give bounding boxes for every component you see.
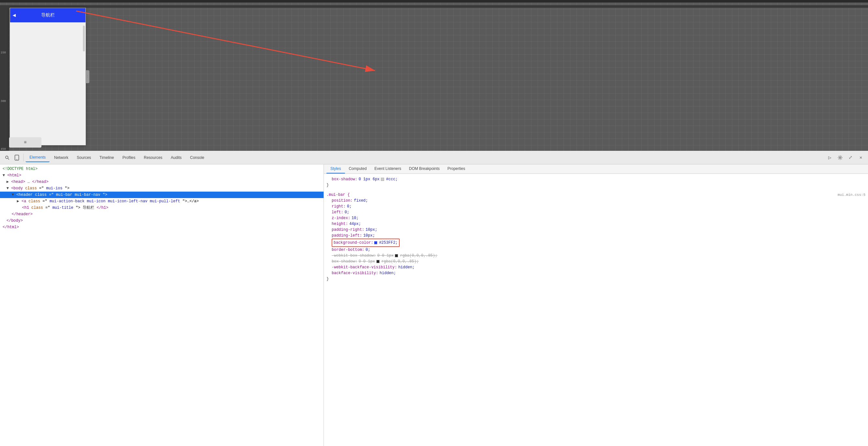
styles-panel: Styles Computed Event Listeners DOM Brea… <box>324 164 868 446</box>
triangle-head[interactable]: ▶ <box>6 180 11 184</box>
tab-audits[interactable]: Audits <box>167 153 185 162</box>
tab-elements[interactable]: Elements <box>26 153 50 162</box>
resize-handle-dots: ⋮ <box>86 75 89 78</box>
color-swatch-rgba-2 <box>376 260 380 263</box>
prop-position: position: fixed; <box>327 198 865 204</box>
triangle-body[interactable]: ▼ <box>6 186 11 191</box>
svg-point-6 <box>839 157 841 158</box>
html-header[interactable]: ▼ <header class =" mui-bar mui-bar-nav "… <box>0 192 323 198</box>
closing-brace-pre: } <box>327 182 865 188</box>
prop-left: left: 0; <box>327 209 865 215</box>
html-close: </html> <box>0 224 323 231</box>
ruler-mark-150: 150 <box>1 51 6 55</box>
rule-source: mui.min.css:5 <box>838 192 865 198</box>
prop-right: right: 0; <box>327 204 865 209</box>
html-header-close: </header> <box>0 211 323 217</box>
prop-z-index: z-index: 10; <box>327 215 865 221</box>
main-styles-rule: .mui-bar { mui.min.css:5 position: fixed… <box>327 192 865 282</box>
prop-background-color: background-color: #253FF2; <box>327 239 865 247</box>
svg-line-1 <box>76 11 375 71</box>
devtools-panel: Elements Network Sources Timeline Profil… <box>0 151 868 446</box>
prop-height: height: 44px; <box>327 221 865 227</box>
ruler-top <box>9 5 868 8</box>
tab-event-listeners[interactable]: Event Listeners <box>371 164 405 173</box>
resize-handle[interactable]: ⋮ <box>86 70 89 83</box>
prop-webkit-box-shadow: -webkit-box-shadow: 0 0 1px rgba(0,0,0,.… <box>327 253 865 259</box>
closing-brace-main: } <box>327 276 865 282</box>
mobile-bottom-button: ≡ <box>9 137 41 147</box>
background-color-highlighted: background-color: #253FF2; <box>332 239 400 247</box>
html-root[interactable]: ▼ <html> <box>0 172 323 179</box>
prop-backface: backface-visibility: hidden; <box>327 270 865 276</box>
red-arrow-annotation <box>0 3 868 151</box>
mobile-nav-title: 导航栏 <box>41 12 55 18</box>
svg-point-5 <box>17 159 17 160</box>
close-button[interactable]: ✕ <box>856 153 865 162</box>
mobile-nav-bar: ◀ 导航栏 <box>10 8 86 22</box>
tab-computed[interactable]: Computed <box>345 164 371 173</box>
html-tree-panel: <!DOCTYPE html> ▼ <html> ▶ <head> … </he… <box>0 164 324 446</box>
prop-webkit-backface: -webkit-backface-visibility: hidden; <box>327 265 865 270</box>
toolbar-right-buttons: ▷ ⤢ ✕ <box>825 153 865 162</box>
triangle-header[interactable]: ▼ <box>12 193 16 197</box>
mobile-frame: ◀ 导航栏 ⋮ <box>10 8 86 145</box>
html-head[interactable]: ▶ <head> … </head> <box>0 179 323 185</box>
devtools-toolbar: Elements Network Sources Timeline Profil… <box>0 151 868 164</box>
ruler-left: 150 300 450 <box>0 5 9 153</box>
color-swatch-rgba-1 <box>395 254 398 257</box>
triangle-anchor[interactable]: ▶ <box>17 199 21 204</box>
devtools-main: <!DOCTYPE html> ▼ <html> ▶ <head> … </he… <box>0 164 868 446</box>
undock-button[interactable]: ⤢ <box>846 153 855 162</box>
html-anchor[interactable]: ▶ <a class =" mui-action-back mui-icon m… <box>0 198 323 205</box>
run-script-button[interactable]: ▷ <box>825 153 834 162</box>
tab-network[interactable]: Network <box>50 153 72 162</box>
toolbar-divider <box>23 154 24 162</box>
viewport-area: 150 300 450 ◀ 导航栏 ⋮ ≡ <box>0 3 868 151</box>
prop-padding-left: padding-left: 10px; <box>327 233 865 239</box>
mobile-nav-back-icon: ◀ <box>12 12 16 19</box>
device-icon-button[interactable] <box>12 153 21 162</box>
ruler-mark-450: 450 <box>1 147 6 151</box>
rule-selector: .mui-bar { <box>327 192 350 198</box>
mobile-scrollbar[interactable] <box>83 26 85 52</box>
browser-top-bar <box>0 0 868 3</box>
tab-resources[interactable]: Resources <box>140 153 166 162</box>
prop-border-bottom: border-bottom: 0; <box>327 247 865 253</box>
mobile-bottom-icon: ≡ <box>24 140 27 145</box>
prop-box-shadow-main: box-shadow: 0 0 1px rgba(0,0,0,.85); <box>327 259 865 265</box>
tab-dom-breakpoints[interactable]: DOM Breakpoints <box>405 164 444 173</box>
tab-console[interactable]: Console <box>186 153 208 162</box>
tab-styles[interactable]: Styles <box>327 164 345 173</box>
rule-header: .mui-bar { mui.min.css:5 <box>327 192 865 198</box>
search-icon-button[interactable] <box>3 153 12 162</box>
color-swatch-253FF2 <box>374 241 377 244</box>
ruler-mark-300: 300 <box>1 100 6 103</box>
styles-panel-tabs: Styles Computed Event Listeners DOM Brea… <box>324 164 868 174</box>
tab-timeline[interactable]: Timeline <box>96 153 118 162</box>
html-body-close: </body> <box>0 217 323 224</box>
tab-sources[interactable]: Sources <box>73 153 95 162</box>
tab-properties[interactable]: Properties <box>443 164 469 173</box>
tab-profiles[interactable]: Profiles <box>119 153 139 162</box>
color-swatch-ccc <box>381 178 384 181</box>
box-shadow-pre-prop: box-shadow: 0 1px 6px #ccc; <box>327 176 865 182</box>
mobile-content <box>10 22 86 145</box>
styles-content: box-shadow: 0 1px 6px #ccc; } .mui-bar {… <box>324 174 868 288</box>
svg-point-2 <box>5 156 8 159</box>
svg-line-3 <box>8 158 9 160</box>
triangle-html[interactable]: ▼ <box>3 173 7 178</box>
pre-box-shadow-rule: box-shadow: 0 1px 6px #ccc; } <box>327 176 865 188</box>
prop-padding-right: padding-right: 10px; <box>327 227 865 233</box>
html-h1[interactable]: <h1 class =" mui-title "> 导航栏 </h1> <box>0 205 323 211</box>
html-doctype: <!DOCTYPE html> <box>0 166 323 172</box>
html-body[interactable]: ▼ <body class =" mui-ios "> <box>0 185 323 192</box>
settings-button[interactable] <box>836 153 845 162</box>
